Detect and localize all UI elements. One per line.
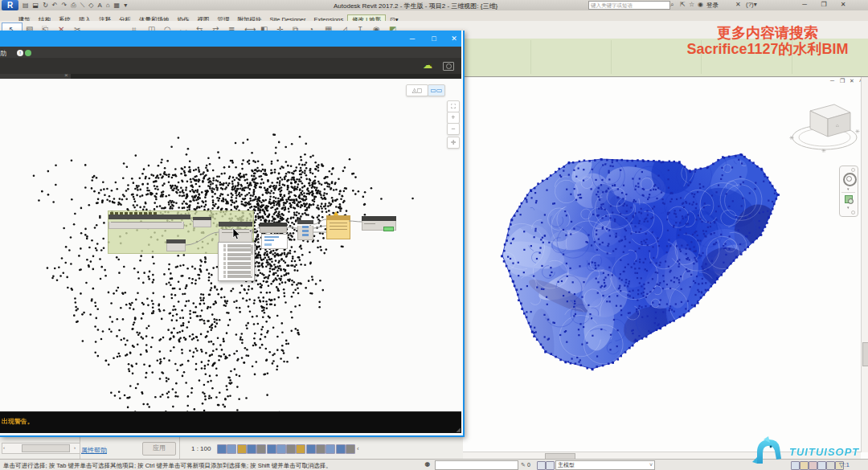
properties-help-link[interactable]: 属性帮助	[81, 446, 107, 455]
text-icon[interactable]: A	[97, 2, 101, 9]
view-control-icon-6[interactable]	[267, 444, 276, 454]
dynamo-menu-bar: 助 !	[0, 47, 461, 58]
help-menu-partial[interactable]: 助	[0, 49, 6, 58]
zoom-dropdown-caret[interactable]: ▾	[847, 205, 850, 210]
viewbar-collapse-icon[interactable]: ‹	[357, 445, 359, 452]
svg-text:✳: ✳	[789, 135, 794, 141]
undo-icon[interactable]: ↶	[52, 2, 58, 9]
search-icon[interactable]: ⌕	[670, 1, 674, 9]
graph-view-icon[interactable]: ▭▭	[428, 84, 445, 96]
restore-button[interactable]: ❐	[817, 0, 830, 10]
design-option-dropdown[interactable]: 主模型 ˅	[555, 460, 655, 470]
vertical-scrollbar[interactable]	[861, 77, 868, 452]
view-control-icon-7[interactable]	[276, 444, 286, 454]
dynamo-close-button[interactable]: ✕	[447, 33, 461, 44]
run-state-icon[interactable]	[25, 50, 31, 56]
minimize-button[interactable]: ─	[798, 0, 811, 10]
exclude-options-icon[interactable]	[809, 461, 817, 470]
navbar-divider	[841, 192, 855, 193]
resize-grip-icon[interactable]: ◢	[457, 427, 461, 433]
print-icon[interactable]: ⎙	[71, 2, 76, 9]
save-icon[interactable]: ⬓	[33, 2, 39, 9]
view-control-icon-9[interactable]	[296, 444, 305, 454]
navigation-bar[interactable]: ▾ ▾	[839, 166, 858, 217]
thin-lines-icon[interactable]: ▾	[124, 2, 127, 9]
redo-icon[interactable]: ↷	[62, 2, 68, 9]
select-toggle-icon[interactable]	[826, 461, 835, 470]
bottom-strip: ‹ › 属性帮助 应用 1 : 100 ‹	[0, 435, 463, 459]
dynamo-minimize-button[interactable]: ─	[405, 33, 420, 44]
vertical-scroll-thumb[interactable]	[862, 342, 868, 366]
viewcube[interactable]: ⌂ ✳ ✳ ✳	[786, 95, 866, 159]
apply-button[interactable]: 应用	[142, 442, 176, 456]
design-options-icon[interactable]	[800, 461, 809, 470]
zoom-fit-icon[interactable]: ⛶	[447, 100, 460, 112]
account-icon[interactable]: ◉	[698, 1, 703, 8]
scroll-thumb[interactable]	[22, 444, 70, 452]
title-bar: R ▤⬓↻↶↷⎙⟍◇A⌂▦▾ Autodesk Revit 2017.2 - 学…	[0, 0, 868, 11]
view-scale[interactable]: 1 : 100	[191, 445, 211, 452]
view-control-icon-12[interactable]	[326, 444, 335, 454]
camera-export-icon[interactable]	[443, 62, 454, 71]
workset-dropdown[interactable]	[435, 460, 518, 470]
mouse-cursor	[232, 228, 241, 240]
chevron-down-icon: ˅	[649, 461, 653, 469]
view-control-icon-14[interactable]	[346, 444, 355, 454]
sign-in-link[interactable]: 登录	[706, 2, 719, 10]
filter-icon[interactable]: ▽:1	[839, 461, 850, 468]
measure-icon[interactable]: ⟍	[80, 2, 85, 9]
wheel-dropdown-caret[interactable]: ▾	[847, 186, 850, 191]
dynamo-toolbar: ☁ ▼	[0, 58, 461, 74]
panel-divider	[530, 40, 531, 74]
view-control-icon-4[interactable]	[247, 444, 256, 454]
app-store-icon[interactable]: ✕	[735, 1, 741, 8]
dynamo-window[interactable]: ─ □ ✕ 助 ! ☁ ▼ ×	[0, 31, 465, 437]
dynamo-canvas[interactable]: ▾	[0, 79, 461, 411]
view-control-icon-1[interactable]	[217, 444, 227, 454]
zoom-in-icon[interactable]: +	[447, 112, 460, 124]
sync-icon[interactable]: ↻	[43, 2, 48, 9]
close-button[interactable]: ✕	[837, 0, 850, 10]
status-message: 单击可进行选择; 按 Tab 键并单击可选择其他项目; 按 Ctrl 键并单击可…	[3, 462, 332, 470]
scroll-right-icon[interactable]: ›	[74, 445, 76, 450]
borrowers-icon[interactable]	[546, 461, 555, 470]
horizontal-scrollbar-left[interactable]: ‹ ›	[2, 443, 80, 454]
dynamo-title-bar[interactable]: ─ □ ✕	[0, 31, 461, 47]
reload-latest-icon[interactable]	[537, 461, 546, 470]
help-icon[interactable]: (?)▾	[746, 1, 757, 8]
revit-logo[interactable]: R	[2, 0, 18, 10]
view-restore-icon[interactable]: ❐	[840, 78, 845, 84]
view-control-icon-13[interactable]	[336, 444, 346, 454]
exchange-icon[interactable]: ⇱	[680, 1, 686, 8]
tag-icon[interactable]: ◇	[88, 2, 93, 9]
view-control-icon-8[interactable]	[286, 444, 296, 454]
zoom-lens-icon	[848, 198, 854, 204]
view-control-icon-10[interactable]	[306, 444, 316, 454]
favorites-star-icon[interactable]: ☆	[689, 1, 694, 8]
search-input[interactable]: 键入关键字或短语	[588, 1, 670, 10]
topography-surface[interactable]	[476, 144, 797, 385]
tab-close-icon[interactable]: ×	[64, 72, 68, 79]
view-control-icon-3[interactable]	[237, 444, 247, 454]
worksharing-icon[interactable]	[791, 461, 800, 470]
view-control-icon-5[interactable]	[256, 444, 266, 454]
dynamo-warning-bar: 出现警告。 ◢	[0, 411, 461, 433]
open-icon[interactable]: ▤	[23, 2, 29, 9]
dynamo-maximize-button[interactable]: □	[427, 33, 441, 44]
alert-icon[interactable]: !	[17, 50, 23, 56]
pan-icon[interactable]: ✛	[447, 137, 460, 149]
view-control-icon-2[interactable]	[227, 444, 236, 454]
view-minimize-icon[interactable]: ─	[830, 78, 834, 84]
ribbon-tab-bar: 建筑结构系统插入注释分析体量和场地协作视图管理附加模块Site Designer…	[0, 10, 868, 22]
view-close-icon[interactable]: ✕	[850, 78, 854, 84]
status-bar: 单击可进行选择; 按 Tab 键并单击可选择其他项目; 按 Ctrl 键并单击可…	[0, 459, 868, 470]
3d-view-icon[interactable]: ⌂	[106, 2, 110, 9]
scroll-left-icon[interactable]: ‹	[3, 445, 5, 450]
geometry-view-icon[interactable]: ◬◻	[406, 84, 428, 96]
divider	[179, 435, 180, 459]
view-control-icon-11[interactable]	[316, 444, 326, 454]
divider	[80, 435, 80, 459]
edit-family-icon[interactable]	[817, 461, 826, 470]
zoom-out-icon[interactable]: −	[447, 123, 460, 135]
section-icon[interactable]: ▦	[114, 2, 121, 9]
